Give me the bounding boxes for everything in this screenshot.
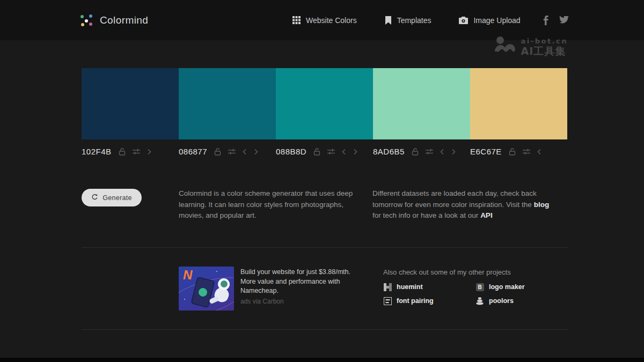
lock-icon[interactable] xyxy=(509,148,516,156)
grid-icon xyxy=(292,16,301,24)
font-pairing-icon xyxy=(383,297,392,305)
huemint-icon xyxy=(383,283,392,291)
lock-icon[interactable] xyxy=(214,148,221,156)
facebook-icon[interactable] xyxy=(543,16,548,25)
hex-cell-5: E6C67E xyxy=(470,147,567,156)
generate-button[interactable]: Generate xyxy=(82,189,142,206)
project-poolors[interactable]: poolors xyxy=(475,296,544,306)
swatch-1[interactable] xyxy=(82,68,179,139)
ads-via-carbon[interactable]: ads via Carbon xyxy=(240,298,363,305)
project-label: logo maker xyxy=(489,283,525,291)
hex-value[interactable]: 102F4B xyxy=(82,147,112,156)
ad-astronaut-graphic xyxy=(209,278,231,306)
datasets-text-2: for tech info or have a look at our xyxy=(372,211,480,219)
lock-icon[interactable] xyxy=(412,148,419,156)
datasets-paragraph: Different datasets are loaded each day, … xyxy=(372,188,558,221)
ad-image-namecheap[interactable]: N xyxy=(179,267,234,311)
colormind-logo-icon xyxy=(79,13,93,27)
refresh-icon xyxy=(91,194,98,202)
chevron-left-icon[interactable] xyxy=(243,149,247,155)
watermark: ai-bot.cn AI工具集 xyxy=(494,36,568,58)
divider xyxy=(82,329,567,330)
watermark-domain: ai-bot.cn xyxy=(521,38,568,45)
hex-value[interactable]: 088B8D xyxy=(276,147,306,156)
project-huemint[interactable]: huemint xyxy=(383,282,475,292)
nav-label: Templates xyxy=(397,16,431,25)
chevron-right-icon[interactable] xyxy=(353,149,357,155)
hex-value[interactable]: 086877 xyxy=(179,147,207,156)
swatch-3[interactable] xyxy=(276,68,373,139)
sliders-icon[interactable] xyxy=(228,148,236,155)
projects-title: Also check out some of my other projects xyxy=(383,268,511,276)
poolors-icon xyxy=(475,297,484,305)
header: Colormind Website Colors Templates xyxy=(0,0,644,40)
logo[interactable]: Colormind xyxy=(79,0,148,40)
colormind-page: Colormind Website Colors Templates xyxy=(0,0,644,362)
logo-maker-icon: B xyxy=(475,283,484,291)
chevron-left-icon[interactable] xyxy=(537,149,541,155)
sliders-icon[interactable] xyxy=(426,148,433,155)
hex-value[interactable]: E6C67E xyxy=(470,147,502,156)
hex-row: 102F4B 086877 xyxy=(82,147,567,156)
ad-text[interactable]: Build your website for just $3.88/mth. M… xyxy=(240,268,363,296)
generate-label: Generate xyxy=(103,194,132,202)
watermark-name: AI工具集 xyxy=(521,46,568,57)
chevron-left-icon[interactable] xyxy=(342,149,346,155)
color-palette xyxy=(82,68,567,139)
sliders-icon[interactable] xyxy=(327,148,335,155)
bottom-strip xyxy=(0,358,644,362)
bookmark-icon xyxy=(385,16,392,25)
nav-label: Image Upload xyxy=(473,16,520,25)
project-label: huemint xyxy=(397,283,423,291)
lock-icon[interactable] xyxy=(119,148,126,156)
api-link[interactable]: API xyxy=(480,211,493,219)
main-nav: Website Colors Templates Image Upload xyxy=(292,0,521,40)
chevron-right-icon[interactable] xyxy=(254,149,258,155)
sliders-icon[interactable] xyxy=(133,148,140,155)
chevron-right-icon[interactable] xyxy=(147,149,151,155)
chevron-right-icon[interactable] xyxy=(451,149,456,155)
hex-cell-1: 102F4B xyxy=(82,147,179,156)
hex-cell-2: 086877 xyxy=(179,147,276,156)
nav-image-upload[interactable]: Image Upload xyxy=(459,16,520,25)
nav-templates[interactable]: Templates xyxy=(385,16,431,25)
blog-link[interactable]: blog xyxy=(534,201,550,209)
social-links xyxy=(543,0,569,40)
hex-cell-4: 8AD6B5 xyxy=(373,147,470,156)
project-label: font pairing xyxy=(397,297,434,305)
divider xyxy=(82,247,567,248)
hex-cell-3: 088B8D xyxy=(276,147,373,156)
twitter-icon[interactable] xyxy=(559,16,569,24)
about-paragraph: Colormind is a color scheme generator th… xyxy=(179,188,358,221)
hex-value[interactable]: 8AD6B5 xyxy=(373,147,405,156)
nav-label: Website Colors xyxy=(306,16,357,25)
projects-grid: huemint B logo maker font pairing xyxy=(383,282,544,306)
swatch-5[interactable] xyxy=(470,68,567,139)
swatch-4[interactable] xyxy=(373,68,470,139)
ai-bot-logo-icon xyxy=(494,36,516,58)
project-label: poolors xyxy=(489,297,514,305)
logo-text: Colormind xyxy=(100,14,148,26)
swatch-2[interactable] xyxy=(179,68,276,139)
project-font-pairing[interactable]: font pairing xyxy=(383,296,475,306)
ad-copy: Build your website for just $3.88/mth. M… xyxy=(240,268,363,305)
nav-website-colors[interactable]: Website Colors xyxy=(292,16,357,25)
sliders-icon[interactable] xyxy=(523,148,530,155)
lock-icon[interactable] xyxy=(313,148,320,156)
camera-icon xyxy=(459,17,468,24)
chevron-left-icon[interactable] xyxy=(440,149,444,155)
datasets-text-1: Different datasets are loaded each day, … xyxy=(372,189,537,209)
namecheap-logo: N xyxy=(183,268,192,283)
project-logo-maker[interactable]: B logo maker xyxy=(475,282,544,292)
